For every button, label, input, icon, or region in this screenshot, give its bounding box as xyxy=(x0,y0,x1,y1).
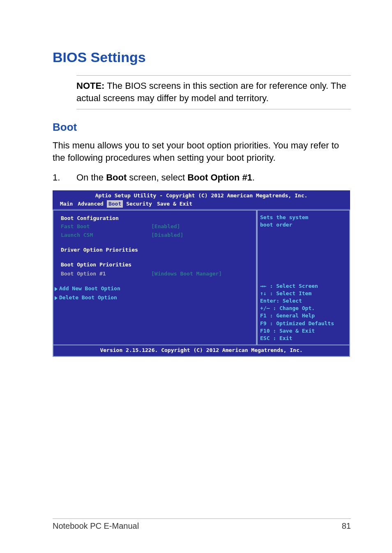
page-footer: Notebook PC E-Manual 81 xyxy=(53,518,351,531)
note-text: The BIOS screens in this section are for… xyxy=(76,81,346,103)
key-enter: Enter: Select xyxy=(260,297,347,305)
section-heading-boot: Boot xyxy=(53,121,351,134)
step-text: On the Boot screen, select Boot Option #… xyxy=(76,172,351,183)
bios-right-panel: Sets the system boot order →← : Select S… xyxy=(258,210,350,345)
key-general-help: F1 : General Help xyxy=(260,312,347,319)
help-line-1: Sets the system xyxy=(260,214,347,221)
footer-left: Notebook PC E-Manual xyxy=(53,521,139,531)
step-number: 1. xyxy=(53,172,76,183)
tab-security[interactable]: Security xyxy=(125,200,154,208)
driver-option-priorities: Driver Option Priorities xyxy=(61,246,251,254)
bios-header: Aptio Setup Utility - Copyright (C) 2012… xyxy=(53,190,350,209)
boot-option-1-row[interactable]: Boot Option #1 [Windows Boot Manager] xyxy=(61,270,251,278)
note-block: NOTE: The BIOS screens in this section a… xyxy=(76,75,351,109)
tab-save-exit[interactable]: Save & Exit xyxy=(155,200,194,208)
key-save-exit: F10 : Save & Exit xyxy=(260,327,347,335)
page-title: BIOS Settings xyxy=(53,49,351,65)
bios-screenshot: Aptio Setup Utility - Copyright (C) 2012… xyxy=(53,190,350,357)
launch-csm-label: Launch CSM xyxy=(61,231,151,239)
tab-main[interactable]: Main xyxy=(58,200,74,208)
bios-version-footer: Version 2.15.1226. Copyright (C) 2012 Am… xyxy=(53,345,350,357)
intro-paragraph: This menu allows you to set your boot op… xyxy=(53,139,351,164)
delete-boot-option[interactable]: Delete Boot Option xyxy=(61,294,251,301)
step-text-mid: screen, select xyxy=(127,172,187,183)
triangle-icon xyxy=(55,287,58,291)
step-text-pre: On the xyxy=(76,172,106,183)
launch-csm-row[interactable]: Launch CSM [Disabled] xyxy=(61,231,251,239)
step-text-bold1: Boot xyxy=(106,172,127,183)
triangle-icon xyxy=(55,296,58,300)
tab-boot[interactable]: Boot xyxy=(107,200,123,208)
launch-csm-value[interactable]: [Disabled] xyxy=(151,231,251,239)
step-text-bold2: Boot Option #1 xyxy=(187,172,252,183)
boot-option-1-value[interactable]: [Windows Boot Manager] xyxy=(151,270,251,278)
tab-advanced[interactable]: Advanced xyxy=(76,200,105,208)
note-label: NOTE: xyxy=(76,81,104,91)
boot-configuration-heading: Boot Configuration xyxy=(61,215,251,222)
footer-page-number: 81 xyxy=(342,521,351,531)
boot-option-1-label: Boot Option #1 xyxy=(61,270,151,278)
key-optimized-defaults: F9 : Optimized Defaults xyxy=(260,320,347,327)
fast-boot-label: Fast Boot xyxy=(61,223,151,230)
key-change-opt: +/— : Change Opt. xyxy=(260,305,347,312)
key-esc: ESC : Exit xyxy=(260,335,347,342)
bios-left-panel: Boot Configuration Fast Boot [Enabled] L… xyxy=(53,210,258,345)
step-1: 1. On the Boot screen, select Boot Optio… xyxy=(53,172,351,183)
boot-option-priorities: Boot Option Priorities xyxy=(61,261,251,268)
add-new-boot-option[interactable]: Add New Boot Option xyxy=(61,285,251,292)
fast-boot-value[interactable]: [Enabled] xyxy=(151,223,251,230)
delete-boot-option-label: Delete Boot Option xyxy=(59,294,117,301)
key-select-item: ↑↓ : Select Item xyxy=(260,290,347,297)
add-new-boot-option-label: Add New Boot Option xyxy=(59,285,120,292)
bios-body: Boot Configuration Fast Boot [Enabled] L… xyxy=(53,209,350,345)
bios-tabs: Main Advanced Boot Security Save & Exit xyxy=(55,199,348,209)
bios-utility-title: Aptio Setup Utility - Copyright (C) 2012… xyxy=(55,191,348,199)
key-legend: →← : Select Screen ↑↓ : Select Item Ente… xyxy=(260,282,347,342)
help-line-2: boot order xyxy=(260,221,347,229)
fast-boot-row[interactable]: Fast Boot [Enabled] xyxy=(61,223,251,230)
help-text: Sets the system boot order xyxy=(260,214,347,271)
key-select-screen: →← : Select Screen xyxy=(260,282,347,290)
step-text-post: . xyxy=(252,172,255,183)
